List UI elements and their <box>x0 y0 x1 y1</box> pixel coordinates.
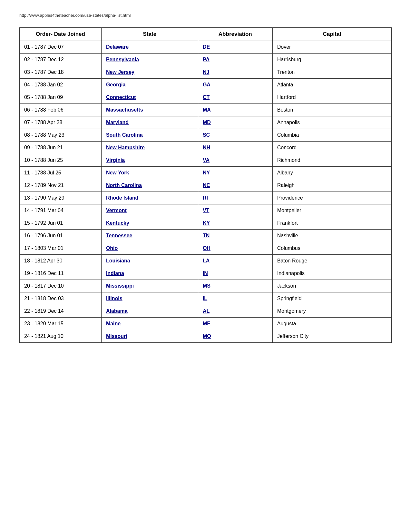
cell-abbreviation[interactable]: MS <box>198 280 272 292</box>
cell-order: 01 - 1787 Dec 07 <box>20 41 102 54</box>
cell-state[interactable]: Connecticut <box>101 91 198 104</box>
cell-state[interactable]: Ohio <box>101 242 198 255</box>
abbreviation-link[interactable]: RI <box>203 195 208 201</box>
state-link[interactable]: Rhode Island <box>106 195 138 201</box>
abbreviation-link[interactable]: AL <box>203 308 210 314</box>
state-link[interactable]: Vermont <box>106 208 127 213</box>
cell-abbreviation[interactable]: SC <box>198 129 272 142</box>
cell-state[interactable]: New Hampshire <box>101 142 198 154</box>
cell-abbreviation[interactable]: CT <box>198 91 272 104</box>
state-link[interactable]: North Carolina <box>106 182 142 188</box>
state-link[interactable]: Pennsylvania <box>106 57 139 62</box>
state-link[interactable]: New Hampshire <box>106 145 145 150</box>
cell-state[interactable]: Virginia <box>101 154 198 167</box>
cell-state[interactable]: Rhode Island <box>101 192 198 204</box>
cell-abbreviation[interactable]: NH <box>198 142 272 154</box>
cell-abbreviation[interactable]: TN <box>198 230 272 242</box>
cell-state[interactable]: Illinois <box>101 292 198 305</box>
cell-state[interactable]: Mississippi <box>101 280 198 292</box>
cell-state[interactable]: Alabama <box>101 305 198 318</box>
cell-abbreviation[interactable]: VT <box>198 204 272 217</box>
cell-state[interactable]: South Carolina <box>101 129 198 142</box>
cell-state[interactable]: New York <box>101 167 198 179</box>
cell-abbreviation[interactable]: DE <box>198 41 272 54</box>
abbreviation-link[interactable]: IL <box>203 296 207 301</box>
abbreviation-link[interactable]: MO <box>203 333 211 339</box>
cell-abbreviation[interactable]: AL <box>198 305 272 318</box>
cell-state[interactable]: Delaware <box>101 41 198 54</box>
state-link[interactable]: Ohio <box>106 245 118 251</box>
state-link[interactable]: Virginia <box>106 157 125 163</box>
cell-abbreviation[interactable]: MD <box>198 116 272 129</box>
abbreviation-link[interactable]: KY <box>203 220 210 226</box>
abbreviation-link[interactable]: OH <box>203 245 210 251</box>
cell-abbreviation[interactable]: IL <box>198 292 272 305</box>
state-link[interactable]: South Carolina <box>106 132 143 138</box>
cell-state[interactable]: Maryland <box>101 116 198 129</box>
cell-abbreviation[interactable]: NC <box>198 179 272 192</box>
cell-abbreviation[interactable]: LA <box>198 255 272 267</box>
abbreviation-link[interactable]: NC <box>203 182 210 188</box>
abbreviation-link[interactable]: GA <box>203 82 210 87</box>
state-link[interactable]: Massachusetts <box>106 107 143 113</box>
cell-state[interactable]: North Carolina <box>101 179 198 192</box>
abbreviation-link[interactable]: MS <box>203 283 210 289</box>
abbreviation-link[interactable]: LA <box>203 258 210 263</box>
abbreviation-link[interactable]: VA <box>203 157 210 163</box>
state-link[interactable]: Delaware <box>106 44 129 50</box>
cell-abbreviation[interactable]: ME <box>198 318 272 330</box>
state-link[interactable]: Missouri <box>106 333 127 339</box>
state-link[interactable]: Louisiana <box>106 258 130 263</box>
state-link[interactable]: Indiana <box>106 271 124 276</box>
cell-abbreviation[interactable]: KY <box>198 217 272 230</box>
abbreviation-link[interactable]: VT <box>203 208 209 213</box>
cell-abbreviation[interactable]: NY <box>198 167 272 179</box>
cell-state[interactable]: Massachusetts <box>101 104 198 116</box>
abbreviation-link[interactable]: MA <box>203 107 211 113</box>
cell-abbreviation[interactable]: GA <box>198 79 272 91</box>
abbreviation-link[interactable]: PA <box>203 57 210 62</box>
cell-state[interactable]: Kentucky <box>101 217 198 230</box>
cell-abbreviation[interactable]: RI <box>198 192 272 204</box>
abbreviation-link[interactable]: TN <box>203 233 210 238</box>
abbreviation-link[interactable]: DE <box>203 44 210 50</box>
state-link[interactable]: Connecticut <box>106 94 136 100</box>
state-link[interactable]: Alabama <box>106 308 128 314</box>
cell-state[interactable]: Georgia <box>101 79 198 91</box>
cell-state[interactable]: Indiana <box>101 267 198 280</box>
abbreviation-link[interactable]: MD <box>203 120 211 125</box>
abbreviation-link[interactable]: CT <box>203 94 210 100</box>
cell-abbreviation[interactable]: MO <box>198 330 272 343</box>
cell-state[interactable]: New Jersey <box>101 66 198 79</box>
state-link[interactable]: Georgia <box>106 82 125 87</box>
state-link[interactable]: New York <box>106 170 129 175</box>
state-link[interactable]: Mississippi <box>106 283 134 289</box>
cell-abbreviation[interactable]: OH <box>198 242 272 255</box>
cell-state[interactable]: Maine <box>101 318 198 330</box>
abbreviation-link[interactable]: IN <box>203 271 208 276</box>
state-link[interactable]: Maine <box>106 321 121 326</box>
state-link[interactable]: Maryland <box>106 120 129 125</box>
cell-state[interactable]: Louisiana <box>101 255 198 267</box>
cell-state[interactable]: Missouri <box>101 330 198 343</box>
cell-abbreviation[interactable]: VA <box>198 154 272 167</box>
abbreviation-link[interactable]: ME <box>203 321 210 326</box>
abbreviation-link[interactable]: NJ <box>203 69 209 75</box>
cell-abbreviation[interactable]: PA <box>198 54 272 66</box>
cell-order: 10 - 1788 Jun 25 <box>20 154 102 167</box>
state-link[interactable]: Tennessee <box>106 233 132 238</box>
state-link[interactable]: Kentucky <box>106 220 129 226</box>
cell-order: 15 - 1792 Jun 01 <box>20 217 102 230</box>
state-link[interactable]: Illinois <box>106 296 122 301</box>
cell-abbreviation[interactable]: IN <box>198 267 272 280</box>
abbreviation-link[interactable]: NY <box>203 170 210 175</box>
cell-abbreviation[interactable]: NJ <box>198 66 272 79</box>
abbreviation-link[interactable]: NH <box>203 145 210 150</box>
cell-state[interactable]: Pennsylvania <box>101 54 198 66</box>
cell-state[interactable]: Vermont <box>101 204 198 217</box>
cell-state[interactable]: Tennessee <box>101 230 198 242</box>
state-link[interactable]: New Jersey <box>106 69 134 75</box>
abbreviation-link[interactable]: SC <box>203 132 210 138</box>
header-state: State <box>101 28 198 41</box>
cell-abbreviation[interactable]: MA <box>198 104 272 116</box>
